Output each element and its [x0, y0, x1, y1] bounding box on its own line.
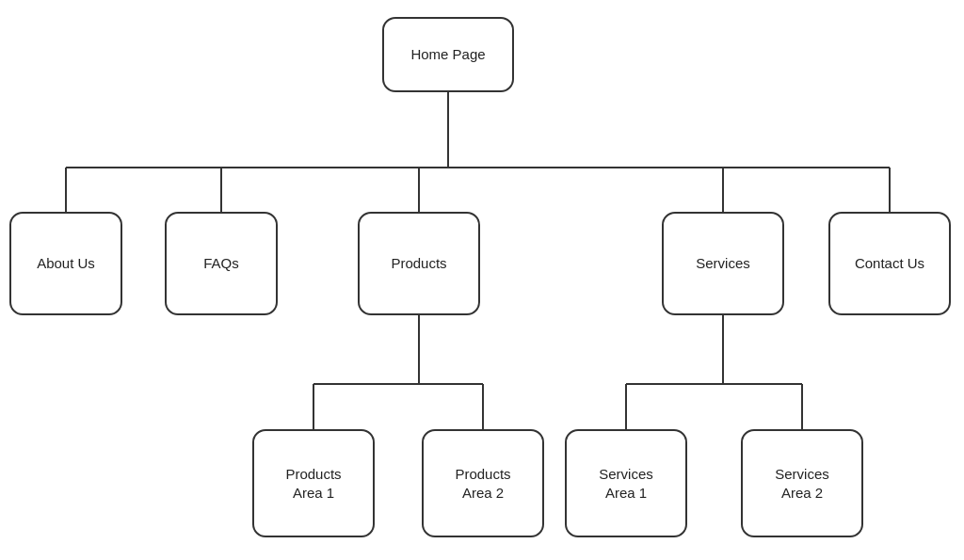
tree-diagram: Home Page About Us FAQs Products Service…: [0, 0, 964, 560]
node-faqs: FAQs: [165, 212, 278, 315]
node-products: Products: [358, 212, 480, 315]
node-services-area1: Services Area 1: [565, 429, 687, 537]
node-services: Services: [662, 212, 784, 315]
node-about: About Us: [9, 212, 122, 315]
node-products-area1: Products Area 1: [252, 429, 375, 537]
node-contact: Contact Us: [828, 212, 951, 315]
node-services-area2: Services Area 2: [741, 429, 863, 537]
node-products-area2: Products Area 2: [422, 429, 544, 537]
node-home: Home Page: [382, 17, 514, 92]
